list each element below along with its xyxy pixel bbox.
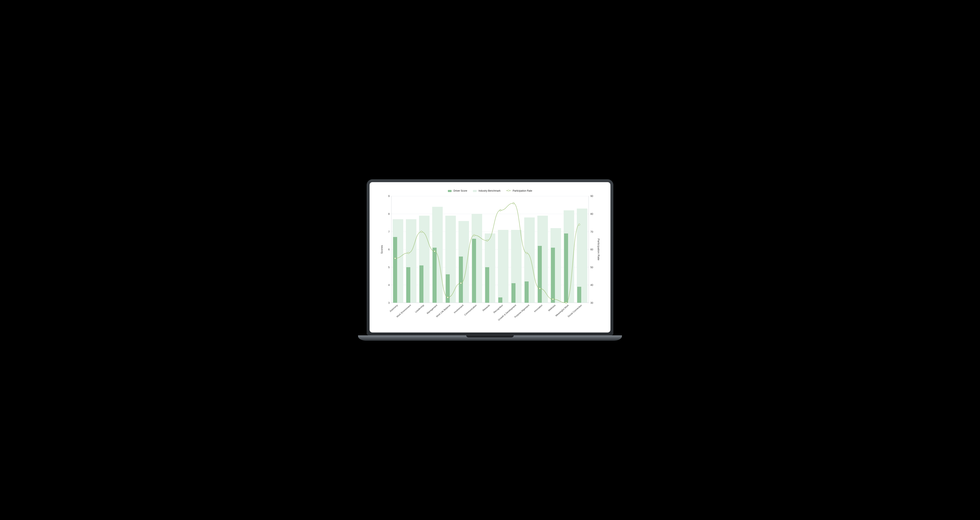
laptop-bezel: Driver Score Industry Benchmark Particip…	[367, 179, 613, 336]
y-right-tick: 90	[590, 195, 593, 198]
participation-point	[434, 250, 435, 252]
bar-driver-score	[551, 248, 555, 303]
participation-point	[539, 288, 541, 289]
legend-item-participation: Participation Rate	[506, 189, 532, 192]
bar-driver-score	[420, 265, 423, 303]
y-left-tick: 7	[388, 230, 390, 233]
participation-point	[500, 210, 501, 211]
y-left-tick: 5	[388, 266, 390, 269]
category-label: Leadership	[415, 304, 425, 313]
chart-svg: 345678930405060708090AutonomyWork Enviro…	[379, 194, 601, 323]
participation-point	[395, 258, 396, 259]
laptop-screen: Driver Score Industry Benchmark Particip…	[369, 182, 611, 333]
participation-point	[407, 252, 409, 254]
bar-driver-score	[498, 297, 502, 303]
participation-point	[513, 203, 514, 204]
bar-driver-score	[525, 281, 528, 303]
category-label: Social Connection	[567, 304, 582, 318]
y-left-tick: 8	[388, 212, 390, 216]
category-label: Innovation	[534, 304, 543, 313]
y-left-tick: 9	[388, 195, 390, 198]
category-label: Communication	[464, 304, 477, 316]
bar-driver-score	[472, 239, 476, 303]
laptop-notch	[466, 335, 514, 338]
legend-label-driver: Driver Score	[453, 189, 467, 192]
bar-driver-score	[433, 248, 437, 303]
bar-driver-score	[393, 237, 397, 303]
bar-driver-score	[577, 287, 581, 303]
y-left-tick: 4	[388, 284, 390, 287]
chart-plot: 345678930405060708090AutonomyWork Enviro…	[379, 194, 601, 323]
participation-point	[473, 235, 475, 236]
bar-benchmark	[498, 230, 508, 303]
category-label: Rewards	[482, 304, 490, 312]
participation-point	[487, 240, 488, 241]
bar-driver-score	[538, 246, 542, 303]
participation-point	[552, 298, 554, 300]
y-right-tick: 60	[590, 248, 593, 251]
category-label: Involvement	[453, 304, 464, 314]
bar-driver-score	[406, 267, 410, 303]
legend-item-benchmark: Industry Benchmark	[473, 189, 501, 192]
category-label: Work Life Balance	[436, 304, 451, 318]
participation-point	[447, 297, 449, 298]
participation-point	[421, 231, 422, 232]
bar-driver-score	[564, 233, 568, 303]
legend-swatch-benchmark	[473, 190, 477, 192]
legend-label-participation: Participation Rate	[512, 189, 532, 192]
bar-driver-score	[459, 257, 463, 303]
category-label: Meaningful Work	[555, 304, 570, 317]
legend-label-benchmark: Industry Benchmark	[479, 189, 501, 192]
laptop-mockup: Driver Score Industry Benchmark Particip…	[367, 179, 613, 341]
y-left-tick: 6	[388, 248, 390, 251]
participation-point	[526, 252, 527, 254]
bar-driver-score	[485, 267, 489, 303]
y-right-tick: 50	[590, 266, 593, 269]
y-right-title: Participation Rate	[597, 238, 600, 260]
y-left-tick: 3	[388, 301, 390, 304]
category-label: Wellness	[547, 304, 556, 312]
participation-point	[579, 224, 580, 225]
laptop-base	[358, 335, 622, 341]
bar-driver-score	[511, 283, 515, 303]
legend-item-driver: Driver Score	[448, 189, 467, 192]
category-label: Autonomy	[389, 304, 398, 312]
participation-point	[460, 282, 461, 284]
chart-container: Driver Score Industry Benchmark Particip…	[379, 188, 601, 323]
y-right-tick: 80	[590, 212, 593, 216]
y-right-tick: 30	[590, 301, 593, 304]
y-left-title: Scores	[380, 245, 383, 254]
y-right-tick: 40	[590, 284, 593, 287]
category-label: Recognition	[493, 304, 503, 314]
participation-point	[565, 302, 567, 304]
category-label: Work Environment	[396, 304, 411, 318]
legend-swatch-participation	[506, 190, 511, 192]
y-right-tick: 70	[590, 230, 593, 233]
stage: Driver Score Industry Benchmark Particip…	[0, 0, 980, 520]
chart-legend: Driver Score Industry Benchmark Particip…	[379, 188, 601, 194]
legend-swatch-driver	[448, 190, 452, 192]
bar-driver-score	[446, 274, 450, 303]
category-label: Management	[426, 304, 438, 315]
